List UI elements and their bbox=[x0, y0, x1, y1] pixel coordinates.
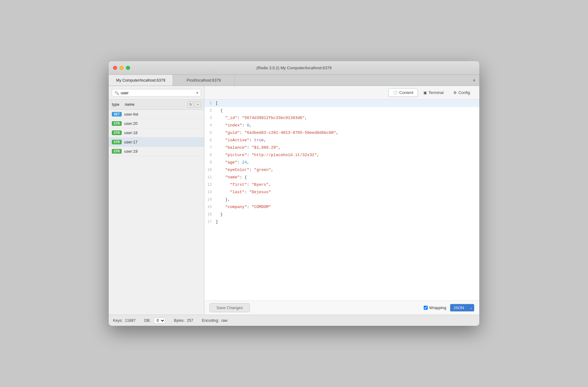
key-name: user:17 bbox=[124, 140, 137, 144]
refresh-button[interactable]: ↻ bbox=[187, 101, 194, 108]
search-input-wrap: 🔍 ▾ bbox=[112, 89, 201, 97]
wrapping-checkbox[interactable] bbox=[424, 306, 428, 310]
tab-local[interactable]: My Computer/localhost:6379 bbox=[109, 75, 173, 86]
content-icon: 📄 bbox=[393, 91, 398, 95]
code-line: 8 "picture": "http://placehold.it/32x32"… bbox=[204, 151, 479, 159]
line-content: "last": "Dejesus" bbox=[216, 189, 479, 196]
terminal-icon: ▣ bbox=[423, 91, 427, 95]
line-number: 13 bbox=[204, 189, 216, 196]
name-column-header: name bbox=[125, 102, 187, 107]
tab-terminal[interactable]: ▣ Terminal bbox=[419, 89, 448, 96]
config-icon: ⚙ bbox=[453, 91, 457, 95]
line-content: { bbox=[216, 107, 479, 114]
code-line: 3 "_id": "5674d39812fbc33bc91383d6", bbox=[204, 114, 479, 122]
code-line: 12 "first": "Byers", bbox=[204, 181, 479, 189]
line-number: 1 bbox=[204, 100, 216, 107]
list-item-selected[interactable]: STR user:17 bbox=[109, 138, 204, 147]
list-item[interactable]: SET user-list bbox=[109, 110, 204, 119]
connection-tabbar: My Computer/localhost:6379 Prod/localhos… bbox=[109, 75, 479, 86]
editor-footer: Save Changes Wrapping JSON Plain Text bbox=[204, 300, 479, 315]
code-line: 4 "index": 0, bbox=[204, 122, 479, 129]
key-name: user:20 bbox=[124, 121, 137, 126]
line-number: 8 bbox=[204, 152, 216, 159]
line-content: "first": "Byers", bbox=[216, 181, 479, 188]
search-input[interactable] bbox=[121, 91, 195, 95]
line-number: 2 bbox=[204, 107, 216, 114]
type-badge-str: STR bbox=[112, 130, 122, 135]
content-toolbar: 📄 Content ▣ Terminal ⚙ Config bbox=[204, 86, 479, 100]
code-line: 1[ bbox=[204, 100, 479, 107]
tab-prod[interactable]: Prod/localhost:6379 bbox=[173, 75, 235, 86]
type-badge-str: STR bbox=[112, 140, 122, 144]
save-changes-button[interactable]: Save Changes bbox=[209, 303, 250, 312]
line-number: 3 bbox=[204, 115, 216, 121]
code-line: 11 "name": { bbox=[204, 174, 479, 181]
code-line: 10 "eyeColor": "green", bbox=[204, 166, 479, 174]
db-select[interactable]: 0 1 bbox=[154, 317, 165, 324]
db-selector: DB: 0 1 bbox=[144, 317, 165, 324]
code-line: 2 { bbox=[204, 107, 479, 114]
wrapping-label[interactable]: Wrapping bbox=[424, 305, 446, 310]
code-line: 13 "last": "Dejesus" bbox=[204, 189, 479, 196]
key-name: user:18 bbox=[124, 130, 137, 135]
line-number: 11 bbox=[204, 174, 216, 181]
tab-content[interactable]: 📄 Content bbox=[388, 88, 418, 97]
list-header: type name ↻ + bbox=[109, 100, 204, 110]
editor-area: 1[2 {3 "_id": "5674d39812fbc33bc91383d6"… bbox=[204, 100, 479, 315]
list-item[interactable]: STR user:19 bbox=[109, 147, 204, 156]
code-line: 7 "balance": "$1,880.29", bbox=[204, 144, 479, 151]
code-line: 6 "isActive": true, bbox=[204, 137, 479, 144]
line-content: "index": 0, bbox=[216, 122, 479, 129]
line-content: "eyeColor": "green", bbox=[216, 167, 479, 173]
line-number: 4 bbox=[204, 122, 216, 129]
line-content: "age": 24, bbox=[216, 159, 479, 166]
keys-count: Keys: 11887 bbox=[113, 318, 136, 323]
window-title: (Redis 3.0.2) My Computer/localhost:6379 bbox=[256, 66, 332, 70]
line-number: 17 bbox=[204, 219, 216, 225]
key-name: user:19 bbox=[124, 149, 137, 154]
line-content: } bbox=[216, 211, 479, 218]
type-badge-str: STR bbox=[112, 149, 122, 154]
line-number: 6 bbox=[204, 137, 216, 144]
list-item[interactable]: STR user:18 bbox=[109, 128, 204, 138]
type-badge-set: SET bbox=[112, 112, 122, 117]
line-number: 12 bbox=[204, 181, 216, 188]
code-line: 14 }, bbox=[204, 196, 479, 203]
line-content: "name": { bbox=[216, 174, 479, 181]
window-controls bbox=[113, 66, 130, 70]
minimize-button[interactable] bbox=[120, 66, 124, 70]
line-number: 9 bbox=[204, 159, 216, 166]
statusbar: Keys: 11887 DB: 0 1 Bytes: 257 Encoding:… bbox=[109, 315, 479, 326]
line-number: 15 bbox=[204, 204, 216, 211]
line-content: "company": "COMDOM" bbox=[216, 204, 479, 211]
code-line: 16 } bbox=[204, 211, 479, 218]
code-editor[interactable]: 1[2 {3 "_id": "5674d39812fbc33bc91383d6"… bbox=[204, 100, 479, 300]
code-line: 15 "company": "COMDOM" bbox=[204, 203, 479, 211]
tab-config[interactable]: ⚙ Config bbox=[449, 89, 474, 96]
add-connection-button[interactable]: + bbox=[469, 75, 479, 86]
code-line: 5 "guid": "6a3bed63-c281-4013-8705-50eed… bbox=[204, 129, 479, 137]
search-bar: 🔍 ▾ bbox=[109, 86, 204, 100]
main-layout: 🔍 ▾ type name ↻ + bbox=[109, 86, 479, 315]
app-window: (Redis 3.0.2) My Computer/localhost:6379… bbox=[109, 61, 479, 326]
key-list: SET user-list STR user:20 STR user:18 ST… bbox=[109, 110, 204, 315]
format-select[interactable]: JSON Plain Text bbox=[450, 304, 474, 312]
line-content: "picture": "http://placehold.it/32x32", bbox=[216, 152, 479, 159]
close-button[interactable] bbox=[113, 66, 117, 70]
line-number: 14 bbox=[204, 196, 216, 203]
code-line: 17] bbox=[204, 218, 479, 226]
code-line: 9 "age": 24, bbox=[204, 159, 479, 166]
maximize-button[interactable] bbox=[126, 66, 130, 70]
format-select-wrap: JSON Plain Text bbox=[450, 304, 474, 312]
encoding-info: Encoding: raw bbox=[202, 318, 228, 323]
list-item[interactable]: STR user:20 bbox=[109, 119, 204, 128]
line-content: "isActive": true, bbox=[216, 137, 479, 144]
footer-right: Wrapping JSON Plain Text bbox=[424, 304, 474, 312]
line-number: 5 bbox=[204, 130, 216, 136]
line-number: 16 bbox=[204, 211, 216, 218]
content-area: 📄 Content ▣ Terminal ⚙ Config 1[2 {3 "_i… bbox=[204, 86, 479, 315]
search-dropdown-icon[interactable]: ▾ bbox=[196, 91, 198, 95]
add-key-button[interactable]: + bbox=[195, 101, 201, 108]
line-content: "guid": "6a3bed63-c281-4013-8705-50eed8d… bbox=[216, 130, 479, 136]
bytes-info: Bytes: 257 bbox=[174, 318, 193, 323]
